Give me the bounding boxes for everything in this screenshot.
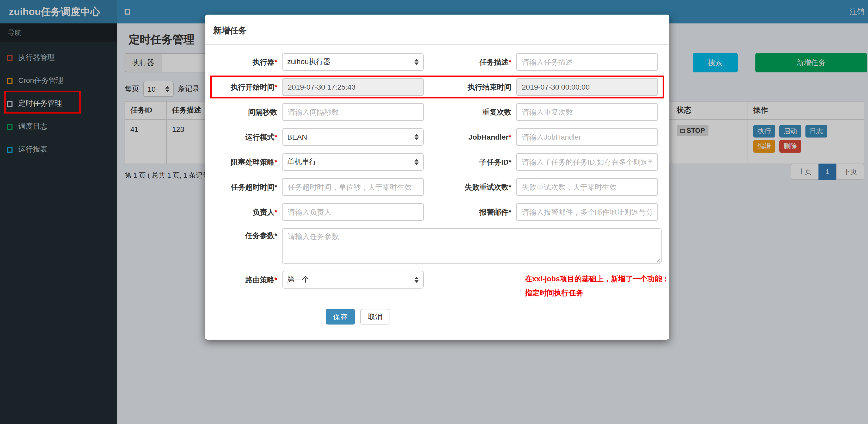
start-time-label: 执行开始时间* bbox=[213, 78, 282, 96]
form-row-route-strategy: 路由策略* 第一个 在xxl-jobs项目的基础上，新增了一个功能： 指定时间执… bbox=[213, 271, 661, 289]
block-strategy-label: 阻塞处理策略* bbox=[213, 153, 282, 171]
form-row-block-strategy: 阻塞处理策略* 单机串行 子任务ID* bbox=[213, 153, 661, 171]
repeat-count-label: 重复次数 bbox=[437, 103, 516, 121]
executor-label: 执行器* bbox=[213, 53, 282, 71]
fail-retry-label: 失败重试次数* bbox=[437, 178, 516, 196]
updown-caret-icon bbox=[414, 59, 418, 65]
form-row-run-mode: 运行模式* BEAN JobHandler* bbox=[213, 128, 661, 146]
route-strategy-select[interactable]: 第一个 bbox=[282, 271, 424, 289]
modal-footer: 保存 取消 bbox=[205, 296, 670, 339]
start-time-input[interactable] bbox=[282, 78, 424, 96]
alarm-email-input[interactable] bbox=[516, 203, 658, 221]
executor-select[interactable]: zuihou执行器 bbox=[282, 53, 424, 71]
block-strategy-select[interactable]: 单机串行 bbox=[282, 153, 424, 171]
modal-body: 执行器* zuihou执行器 任务描述* 执行开始时间* 执行结 bbox=[205, 45, 670, 289]
form-row-task-param: 任务参数* bbox=[213, 228, 661, 264]
owner-label: 负责人* bbox=[213, 203, 282, 221]
run-mode-label: 运行模式* bbox=[213, 128, 282, 146]
task-desc-label: 任务描述* bbox=[437, 53, 516, 71]
cancel-button[interactable]: 取消 bbox=[361, 309, 390, 325]
feature-note-text: 在xxl-jobs项目的基础上，新增了一个功能： 指定时间执行任务 bbox=[525, 272, 679, 300]
form-row-interval: 间隔秒数 重复次数 bbox=[213, 103, 661, 121]
save-button[interactable]: 保存 bbox=[326, 309, 355, 325]
repeat-count-input[interactable] bbox=[516, 103, 658, 121]
owner-input[interactable] bbox=[282, 203, 424, 221]
form-row-owner: 负责人* 报警邮件* bbox=[213, 203, 661, 221]
form-row-exec-time: 执行开始时间* 执行结束时间 bbox=[213, 78, 661, 96]
form-row-executor: 执行器* zuihou执行器 任务描述* bbox=[213, 53, 661, 71]
add-task-modal: 新增任务 执行器* zuihou执行器 任务描述* 执行开始时间* bbox=[205, 14, 670, 339]
form-row-timeout: 任务超时时间* 失败重试次数* bbox=[213, 178, 661, 196]
task-param-label: 任务参数* bbox=[213, 228, 282, 264]
updown-caret-icon bbox=[414, 134, 418, 140]
modal-title: 新增任务 bbox=[205, 14, 670, 45]
task-param-textarea[interactable] bbox=[282, 228, 661, 264]
jobhandler-label: JobHandler* bbox=[437, 128, 516, 146]
updown-caret-icon bbox=[414, 276, 418, 283]
jobhandler-input[interactable] bbox=[516, 128, 658, 146]
task-desc-input[interactable] bbox=[516, 53, 658, 71]
child-task-id-label: 子任务ID* bbox=[437, 153, 516, 171]
app-root: zuihou任务调度中心 导航 执行器管理 Cron任务管理 定时任务管理 调度… bbox=[0, 0, 868, 424]
end-time-input[interactable] bbox=[516, 78, 658, 96]
interval-label: 间隔秒数 bbox=[213, 103, 282, 121]
route-strategy-label: 路由策略* bbox=[213, 271, 282, 289]
updown-caret-icon bbox=[414, 159, 418, 165]
alarm-email-label: 报警邮件* bbox=[437, 203, 516, 221]
timeout-input[interactable] bbox=[282, 178, 424, 196]
run-mode-select[interactable]: BEAN bbox=[282, 128, 424, 146]
interval-input[interactable] bbox=[282, 103, 424, 121]
end-time-label: 执行结束时间 bbox=[437, 78, 516, 96]
child-task-id-input[interactable] bbox=[516, 153, 658, 171]
timeout-label: 任务超时时间* bbox=[213, 178, 282, 196]
fail-retry-input[interactable] bbox=[516, 178, 658, 196]
